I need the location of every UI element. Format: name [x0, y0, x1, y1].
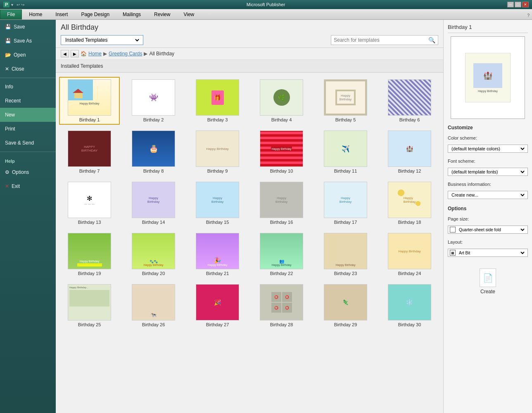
tab-view[interactable]: View — [177, 9, 200, 19]
template-label-11: Birthday 11 — [334, 169, 357, 173]
template-item-15[interactable]: HappyBirthday Birthday 15 — [187, 179, 248, 227]
ribbon-tabs: File Home Insert Page Design Mailings Re… — [0, 9, 532, 20]
template-thumb-24: Happy Birthday — [388, 233, 431, 269]
page-size-select[interactable]: Quarter-sheet side fold — [457, 227, 526, 233]
sidebar-item-new[interactable]: New — [0, 108, 56, 122]
template-label-5: Birthday 5 — [335, 117, 356, 122]
font-scheme-select[interactable]: (default template fonts) — [450, 169, 526, 175]
template-thumb-3: 🎁 — [196, 79, 239, 116]
template-label-30: Birthday 30 — [398, 322, 421, 327]
template-label-22: Birthday 22 — [270, 271, 293, 276]
layout-dropdown[interactable]: ▦ Art Bit — [448, 249, 528, 257]
font-scheme-dropdown[interactable]: (default template fonts) — [448, 168, 528, 176]
template-item-6[interactable]: Birthday 6 — [379, 77, 440, 125]
layout-select[interactable]: Art Bit — [457, 250, 526, 256]
template-label-15: Birthday 15 — [206, 220, 229, 225]
forward-button[interactable]: ▶ — [71, 50, 79, 57]
template-item-7[interactable]: HAPPYBIRTHDAY Birthday 7 — [59, 128, 120, 176]
page-size-dropdown[interactable]: Quarter-sheet side fold — [448, 225, 528, 234]
template-item-8[interactable]: 🎂 Birthday 8 — [123, 128, 184, 176]
template-item-3[interactable]: 🎁 Birthday 3 — [187, 77, 248, 125]
template-label-21: Birthday 21 — [206, 271, 229, 276]
template-thumb-28: ⭕ ⭕ ⭕ ⭕ — [260, 284, 303, 320]
tab-file[interactable]: File — [0, 9, 22, 19]
template-label-7: Birthday 7 — [79, 169, 100, 173]
template-item-25[interactable]: Happy Birthday... Birthday 25 — [59, 282, 120, 330]
color-scheme-select[interactable]: (default template colors) — [450, 146, 526, 152]
sidebar-label-new: New — [5, 112, 15, 118]
breadcrumb-home[interactable]: Home — [88, 51, 102, 57]
template-source-select[interactable]: Installed Templates Online Templates — [64, 37, 140, 43]
minimize-button[interactable]: ─ — [507, 2, 514, 7]
template-item-30[interactable]: ❄️ Birthday 30 — [379, 282, 440, 330]
template-item-29[interactable]: 🦎 Birthday 29 — [315, 282, 376, 330]
breadcrumb-sep-2: ▶ — [144, 51, 147, 57]
sidebar-item-exit[interactable]: ✕ Exit — [0, 179, 56, 193]
template-item-13[interactable]: ✻ — — — Birthday 13 — [59, 179, 120, 227]
business-info-dropdown[interactable]: Create new... — [448, 191, 528, 199]
template-thumb-21: 🎉 Happy Birthday — [196, 233, 239, 269]
template-item-24[interactable]: Happy Birthday Birthday 24 — [379, 230, 440, 278]
template-item-16[interactable]: HappyBirthday Birthday 16 — [251, 179, 312, 227]
template-item-10[interactable]: Happy Birthday Birthday 10 — [251, 128, 312, 176]
sidebar-item-save-as[interactable]: 💾 Save As — [0, 34, 56, 48]
tab-mailings[interactable]: Mailings — [116, 9, 147, 19]
app-title: Microsoft Publisher — [247, 2, 285, 7]
business-info-select[interactable]: Create new... — [450, 192, 526, 198]
sidebar-item-open[interactable]: 📂 Open — [0, 48, 56, 62]
template-item-12[interactable]: 🏰 Birthday 12 — [379, 128, 440, 176]
template-item-22[interactable]: 👥 Happy Birthday Birthday 22 — [251, 230, 312, 278]
template-thumb-13: ✻ — — — — [68, 182, 111, 218]
template-item-1[interactable]: Happy Birthday Birthday 1 — [59, 77, 120, 125]
template-item-26[interactable]: 🐄 Birthday 26 — [123, 282, 184, 330]
sidebar-item-save[interactable]: 💾 Save — [0, 20, 56, 34]
sidebar-label-save: Save — [14, 24, 25, 30]
template-label-12: Birthday 12 — [398, 169, 421, 173]
template-item-21[interactable]: 🎉 Happy Birthday Birthday 21 — [187, 230, 248, 278]
sidebar-section-help: Help — [0, 155, 56, 165]
close-icon: ✕ — [5, 66, 9, 72]
template-item-17[interactable]: HappyBirthday Birthday 17 — [315, 179, 376, 227]
breadcrumb-greeting-cards[interactable]: Greeting Cards — [109, 51, 142, 57]
create-button[interactable]: 📄 Create — [448, 265, 528, 298]
search-icon[interactable]: 🔍 — [428, 37, 435, 43]
template-source-dropdown[interactable]: Installed Templates Online Templates — [61, 35, 143, 45]
options-icon: ⚙ — [5, 169, 10, 175]
template-item-27[interactable]: 🎉 Birthday 27 — [187, 282, 248, 330]
color-scheme-dropdown[interactable]: (default template colors) — [448, 145, 528, 153]
tab-insert[interactable]: Insert — [49, 9, 74, 19]
tab-home[interactable]: Home — [23, 9, 48, 19]
template-item-18[interactable]: HappyBirthday Birthday 18 — [379, 179, 440, 227]
template-item-23[interactable]: Happy Birthday Birthday 23 — [315, 230, 376, 278]
templates-scroll-area[interactable]: Happy Birthday Birthday 1 👾 — [56, 73, 443, 413]
ribbon-help-icon[interactable]: ? — [525, 12, 532, 19]
back-button[interactable]: ◀ — [61, 50, 69, 57]
sidebar-label-options: Options — [12, 169, 29, 175]
template-item-9[interactable]: Happy Birthday Birthday 9 — [187, 128, 248, 176]
template-item-11[interactable]: ✈️ Birthday 11 — [315, 128, 376, 176]
sidebar-item-options[interactable]: ⚙ Options — [0, 165, 56, 179]
search-input[interactable] — [334, 37, 428, 43]
sidebar-item-close[interactable]: ✕ Close — [0, 62, 56, 76]
sidebar-item-info[interactable]: Info — [0, 80, 56, 94]
template-item-4[interactable]: 🌿 Birthday 4 — [251, 77, 312, 125]
sidebar-item-print[interactable]: Print — [0, 122, 56, 136]
tab-review[interactable]: Review — [148, 9, 176, 19]
template-item-2[interactable]: 👾 Birthday 2 — [123, 77, 184, 125]
close-button[interactable]: ✕ — [522, 2, 529, 7]
template-item-5[interactable]: HappyBirthday Birthday 5 — [315, 77, 376, 125]
template-item-28[interactable]: ⭕ ⭕ ⭕ ⭕ Birthday 28 — [251, 282, 312, 330]
window-controls[interactable]: ─ □ ✕ — [507, 2, 529, 7]
template-item-19[interactable]: Happy Birthday Birthday 19 — [59, 230, 120, 278]
template-item-20[interactable]: 🐾🐾 Happy Birthday Birthday 20 — [123, 230, 184, 278]
template-thumb-30: ❄️ — [388, 284, 431, 320]
sidebar-item-save-send[interactable]: Save & Send — [0, 136, 56, 150]
app-body: 💾 Save 💾 Save As 📂 Open ✕ Close Info Rec… — [0, 20, 532, 413]
template-label-19: Birthday 19 — [78, 271, 101, 276]
maximize-button[interactable]: □ — [515, 2, 521, 7]
template-item-14[interactable]: HappyBirthday Birthday 14 — [123, 179, 184, 227]
templates-header: Installed Templates — [56, 60, 443, 73]
sidebar-item-recent[interactable]: Recent — [0, 94, 56, 108]
template-thumb-23: Happy Birthday — [324, 233, 367, 269]
tab-page-design[interactable]: Page Design — [75, 9, 116, 19]
